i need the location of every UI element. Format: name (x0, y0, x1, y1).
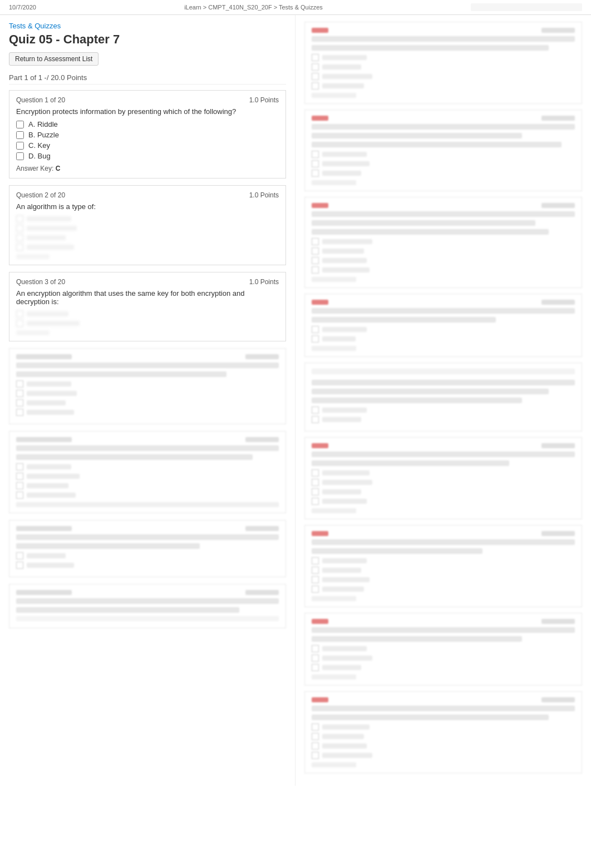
right-q6-header (312, 443, 575, 448)
q4-header-blurred (16, 354, 279, 359)
q3-option-1 (16, 310, 279, 318)
right-q1-blurred (304, 22, 582, 104)
question-2-header: Question 2 of 20 1.0 Points (16, 191, 279, 199)
right-q7-header (312, 531, 575, 536)
question-block-6-blurred (9, 520, 286, 577)
checkbox-a[interactable] (16, 121, 24, 128)
option-b-label: B. Puzzle (28, 131, 59, 139)
question-1-text: Encryption protects information by prese… (16, 107, 279, 116)
option-d-label: D. Bug (28, 152, 51, 160)
right-q6-blurred (304, 437, 582, 519)
answer-key-value: C (56, 165, 61, 172)
question-1-points: 1.0 Points (249, 96, 279, 104)
right-q2-header (312, 116, 575, 121)
right-q9-blurred (304, 691, 582, 773)
right-column (296, 15, 591, 786)
date: 10/7/2020 (9, 4, 36, 11)
question-2-num: Question 2 of 20 (16, 191, 65, 199)
answer-option-a: A. Riddle (16, 120, 279, 128)
top-bar: 10/7/2020 iLearn > CMPT_410N_S20_20F > T… (0, 0, 591, 15)
q2-option-1 (16, 215, 279, 222)
right-q3-header (312, 203, 575, 208)
question-1-header: Question 1 of 20 1.0 Points (16, 96, 279, 104)
answer-option-c: C. Key (16, 141, 279, 150)
checkbox-c[interactable] (16, 142, 24, 150)
q2-answer-key-blurred (16, 254, 50, 259)
question-3-points: 1.0 Points (249, 278, 279, 286)
question-2-points: 1.0 Points (249, 191, 279, 199)
answer-key-1: Answer Key: C (16, 165, 279, 172)
q2-option-3 (16, 234, 279, 241)
right-q2-blurred (304, 110, 582, 191)
question-1-num: Question 1 of 20 (16, 96, 65, 104)
q2-option-4 (16, 244, 279, 251)
progress-area (471, 3, 582, 11)
q3-answer-key-blurred (16, 330, 50, 335)
question-block-5-blurred (9, 431, 286, 513)
q6-header-blurred (16, 526, 279, 531)
option-c-label: C. Key (28, 141, 50, 150)
checkbox-b[interactable] (16, 131, 24, 139)
q2-option-2 (16, 225, 279, 232)
return-assessment-button[interactable]: Return to Assessment List (9, 52, 98, 66)
question-3-header: Question 3 of 20 1.0 Points (16, 278, 279, 286)
question-2-text: An algorithm is a type of: (16, 202, 279, 211)
right-q3-blurred (304, 197, 582, 288)
q7-header-blurred (16, 590, 279, 595)
right-q8-header (312, 619, 575, 624)
right-q5-header (312, 369, 575, 376)
question-2-options-blurred (16, 215, 279, 259)
question-block-4-blurred (9, 348, 286, 424)
right-q5-blurred (304, 363, 582, 431)
left-column: Tests & Quizzes Quiz 05 - Chapter 7 Retu… (0, 15, 296, 786)
q3-option-2 (16, 320, 279, 327)
tests-quizzes-link[interactable]: Tests & Quizzes (9, 22, 286, 30)
answer-option-d: D. Bug (16, 152, 279, 160)
part-header: Part 1 of 1 -/ 20.0 Points (9, 73, 286, 85)
question-block-1: Question 1 of 20 1.0 Points Encryption p… (9, 90, 286, 178)
right-q4-header (312, 300, 575, 305)
q5-answer-key-blurred (16, 502, 279, 507)
right-q4-blurred (304, 294, 582, 357)
question-3-num: Question 3 of 20 (16, 278, 65, 286)
right-q1-header (312, 28, 575, 33)
question-block-3: Question 3 of 20 1.0 Points An encryptio… (9, 272, 286, 341)
breadcrumb: iLearn > CMPT_410N_S20_20F > Tests & Qui… (184, 4, 323, 11)
question-3-text: An encryption algorithm that uses the sa… (16, 289, 279, 306)
right-q7-blurred (304, 525, 582, 607)
answer-option-b: B. Puzzle (16, 131, 279, 139)
checkbox-d[interactable] (16, 152, 24, 160)
question-block-7-blurred (9, 584, 286, 628)
right-q9-header (312, 697, 575, 702)
page-title: Quiz 05 - Chapter 7 (9, 32, 286, 47)
right-q8-blurred (304, 613, 582, 686)
question-block-2: Question 2 of 20 1.0 Points An algorithm… (9, 185, 286, 265)
option-a-label: A. Riddle (28, 120, 58, 128)
question-3-options-blurred (16, 310, 279, 335)
q5-header-blurred (16, 437, 279, 442)
